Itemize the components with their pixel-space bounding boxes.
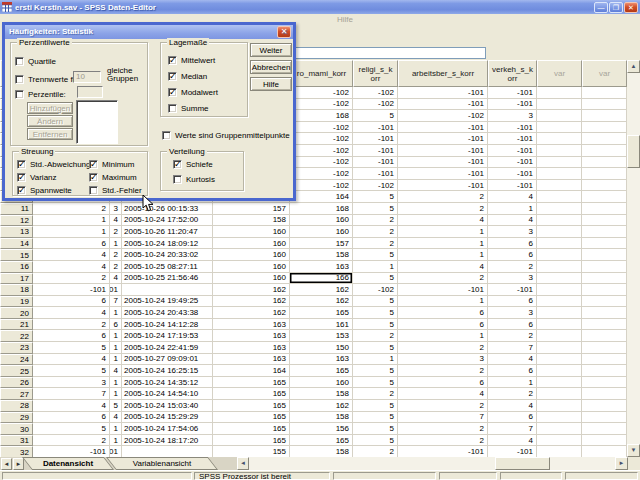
cell[interactable] (537, 354, 582, 366)
cell[interactable]: 160 (213, 226, 290, 238)
cell[interactable]: 163 (290, 261, 353, 273)
cell[interactable]: 2005-10-26 11:20:47 (122, 226, 213, 238)
cell[interactable]: 5 (33, 342, 110, 354)
cell[interactable]: -101 (398, 99, 488, 111)
cell[interactable]: -101 (353, 168, 398, 180)
row-header[interactable]: 28 (0, 400, 33, 412)
cell[interactable]: 2 (110, 226, 122, 238)
checkbox-icon[interactable] (168, 104, 177, 113)
cell[interactable]: -101 (353, 133, 398, 145)
cell[interactable]: 4 (398, 215, 488, 227)
cell[interactable] (122, 284, 213, 296)
scroll-up-icon[interactable]: ▲ (627, 60, 640, 73)
cell[interactable]: 5 (353, 365, 398, 377)
cell[interactable]: 2 (398, 191, 488, 203)
row-header[interactable]: 23 (0, 342, 33, 354)
checkbox-schiefe[interactable]: ✓Schiefe (173, 159, 213, 169)
cell[interactable]: 160 (290, 226, 353, 238)
cell[interactable] (582, 99, 627, 111)
cell[interactable]: 1 (398, 249, 488, 261)
cell[interactable] (537, 238, 582, 250)
cell[interactable]: 165 (213, 400, 290, 412)
cell[interactable]: 4 (488, 400, 537, 412)
cell[interactable]: 5 (353, 249, 398, 261)
cell[interactable]: 1 (110, 423, 122, 435)
cell[interactable]: 2 (398, 400, 488, 412)
cell[interactable] (537, 157, 582, 169)
checkbox-icon[interactable]: ✓ (17, 173, 26, 182)
scroll-right-icon[interactable]: ► (615, 457, 628, 470)
checkbox-icon[interactable] (89, 186, 98, 195)
cell[interactable]: -101 (488, 157, 537, 169)
cell[interactable]: 5 (110, 400, 122, 412)
cell[interactable]: 2 (398, 203, 488, 215)
cell[interactable]: 5 (353, 191, 398, 203)
cell[interactable]: 2 (398, 435, 488, 447)
cell[interactable] (537, 203, 582, 215)
cell[interactable]: 2005-10-24 17:19:53 (122, 330, 213, 342)
cell[interactable] (582, 168, 627, 180)
cell[interactable] (582, 157, 627, 169)
cell[interactable] (537, 110, 582, 122)
cell[interactable]: 2 (33, 319, 110, 331)
aendern-button[interactable]: Ändern (27, 115, 73, 127)
cell[interactable]: -101 (398, 87, 488, 99)
cell[interactable]: 155 (213, 446, 290, 457)
cell[interactable]: -101 (488, 122, 537, 134)
cell[interactable] (582, 180, 627, 192)
cell[interactable] (537, 168, 582, 180)
cell[interactable]: 2 (488, 330, 537, 342)
restore-button[interactable]: ❐ (609, 2, 623, 13)
cell[interactable] (537, 284, 582, 296)
cell[interactable] (582, 191, 627, 203)
cell[interactable]: 1 (110, 330, 122, 342)
cell[interactable]: 164 (213, 365, 290, 377)
checkbox-icon[interactable] (173, 175, 182, 184)
row-header[interactable]: 29 (0, 412, 33, 424)
checkbox-spannweite[interactable]: ✓Spannweite (17, 185, 72, 195)
cell[interactable]: -101 (398, 168, 488, 180)
cell[interactable]: 1 (353, 354, 398, 366)
abbrechen-button[interactable]: Abbrechen (250, 60, 292, 74)
row-header[interactable]: 11 (0, 203, 33, 215)
cell[interactable] (537, 180, 582, 192)
cell[interactable] (582, 354, 627, 366)
cell[interactable] (582, 365, 627, 377)
cell[interactable]: 165 (213, 423, 290, 435)
cell[interactable]: -102 (290, 180, 353, 192)
trennwerte-input[interactable]: 10 (73, 71, 101, 83)
cell[interactable]: 1 (488, 203, 537, 215)
cell[interactable]: 158 (213, 215, 290, 227)
checkbox-mittelwert[interactable]: ✓Mittelwert (168, 55, 215, 65)
cell[interactable]: 165 (290, 365, 353, 377)
cell[interactable] (537, 377, 582, 389)
checkbox-modalwert[interactable]: ✓Modalwert (168, 87, 218, 97)
row-header[interactable]: 14 (0, 238, 33, 250)
cell[interactable]: 6 (488, 238, 537, 250)
tab-variablenansicht[interactable]: Variablenansicht (114, 457, 210, 470)
cell[interactable]: 160 (213, 261, 290, 273)
checkbox-std-abweichung[interactable]: ✓Std.-Abweichung (17, 159, 90, 169)
row-header[interactable]: 19 (0, 296, 33, 308)
cell[interactable]: 4 (488, 435, 537, 447)
cell[interactable]: -101 (398, 180, 488, 192)
trennwerte-checkbox-icon[interactable] (15, 75, 24, 84)
cell[interactable] (582, 261, 627, 273)
cell[interactable]: 2005-10-27 09:09:01 (122, 354, 213, 366)
cell[interactable]: 165 (213, 435, 290, 447)
cell[interactable] (537, 296, 582, 308)
cell[interactable] (537, 191, 582, 203)
cell[interactable]: 2005-10-24 20:43:38 (122, 307, 213, 319)
cell[interactable]: 2005-10-24 14:12:28 (122, 319, 213, 331)
cell[interactable]: 7 (398, 412, 488, 424)
column-header-arbeitsber_s_korr[interactable]: arbeitsber_s_korr (398, 60, 488, 87)
cell[interactable]: 5 (33, 365, 110, 377)
vertical-scrollbar[interactable]: ▲ ▼ (627, 60, 640, 457)
cell[interactable] (537, 307, 582, 319)
cell[interactable]: -101 (353, 145, 398, 157)
cell[interactable]: 2005-10-24 22:41:59 (122, 342, 213, 354)
cell[interactable]: 5 (353, 110, 398, 122)
cell[interactable]: -102 (353, 284, 398, 296)
cell[interactable]: 2 (353, 238, 398, 250)
gruppenmittelpunkte-checkbox-icon[interactable] (162, 131, 171, 140)
